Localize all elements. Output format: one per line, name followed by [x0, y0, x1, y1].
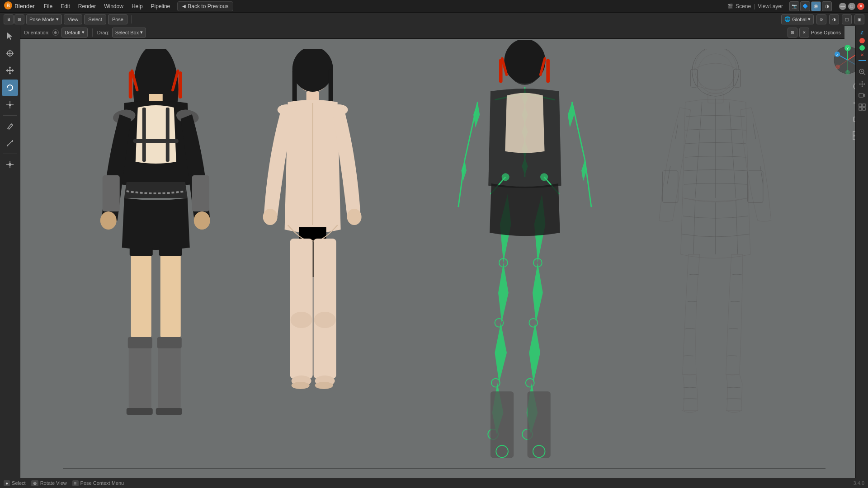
svg-rect-46	[159, 247, 182, 256]
workspace-icon-1[interactable]: 🖥	[4, 14, 14, 24]
svg-rect-171	[863, 108, 865, 110]
menu-window[interactable]: Window	[100, 2, 127, 10]
svg-rect-122	[734, 69, 741, 87]
cycles-icon-btn[interactable]: ◑	[822, 1, 832, 11]
svg-rect-170	[859, 108, 862, 110]
svg-line-19	[7, 141, 13, 146]
viewport-overlay-btn[interactable]: ⊙	[816, 14, 826, 24]
engine-icon-1: 🎬	[727, 4, 733, 9]
workspace-icon-2[interactable]: ⊞	[14, 14, 24, 24]
secondary-toolbar: Orientation: ⊕ Default ▾ Drag: Select Bo…	[20, 26, 844, 39]
orientation-icon-btn[interactable]: ⊕	[52, 29, 59, 36]
back-icon: ◀	[182, 4, 186, 9]
workbench-icon-btn[interactable]: 🔷	[800, 1, 810, 11]
orientation-value: Default	[65, 30, 80, 35]
svg-marker-100	[495, 323, 507, 383]
orientation-label: Orientation:	[24, 30, 50, 35]
rotate-tool-btn[interactable]	[2, 80, 18, 96]
view-menu-btn[interactable]: View	[64, 14, 83, 24]
y-axis-dot	[859, 45, 865, 51]
side-cam-icon[interactable]	[858, 91, 867, 100]
cursor-tool-btn[interactable]	[2, 45, 18, 61]
svg-marker-10	[6, 69, 8, 72]
svg-point-110	[491, 379, 500, 387]
svg-point-118	[698, 54, 734, 94]
svg-point-97	[541, 174, 547, 180]
svg-line-130	[693, 200, 695, 254]
svg-point-109	[529, 319, 538, 327]
maximize-button[interactable]: □	[848, 3, 855, 10]
back-to-previous-button[interactable]: ◀ Back to Previous	[177, 1, 233, 11]
select-menu-btn[interactable]: Select	[84, 14, 106, 24]
svg-point-67	[314, 312, 336, 328]
svg-rect-44	[160, 248, 181, 338]
select-key-icon: ●	[4, 480, 10, 486]
menu-edit[interactable]: Edit	[57, 2, 74, 10]
orientation-dropdown[interactable]: Default ▾	[61, 28, 88, 38]
svg-rect-55	[292, 69, 297, 105]
svg-rect-50	[157, 337, 182, 348]
app-title: Blender	[14, 3, 35, 9]
character-3-area	[436, 40, 614, 460]
axis-line-indicator	[859, 60, 866, 61]
annotate-tool-btn[interactable]	[2, 118, 18, 134]
workspace-icons: 🖥 ⊞	[4, 14, 24, 24]
xray-toggle-btn[interactable]: ◫	[842, 14, 852, 24]
move-tool-btn[interactable]	[2, 62, 18, 79]
svg-point-108	[495, 319, 503, 327]
close-button[interactable]: ✕	[857, 3, 864, 10]
global-dropdown[interactable]: 🌐 Global ▾	[781, 14, 814, 24]
toolbar-sep-1	[131, 15, 132, 23]
pose-mode-dropdown[interactable]: Pose Mode ▾	[26, 14, 62, 24]
svg-rect-52	[156, 408, 182, 415]
transform-tool-btn[interactable]	[2, 156, 18, 173]
side-pan-icon[interactable]	[858, 79, 867, 88]
svg-line-129	[760, 166, 763, 184]
viewport-3d[interactable]: X Y Z	[20, 26, 868, 478]
svg-rect-51	[127, 408, 153, 415]
drag-label: Drag:	[97, 30, 109, 35]
menu-file[interactable]: File	[40, 2, 56, 10]
svg-rect-31	[179, 71, 182, 99]
tool-sep-1	[3, 115, 17, 116]
minimize-button[interactable]: —	[839, 3, 846, 10]
rotate-key-icon: ⊕	[31, 480, 38, 486]
pose-options-expand-icon[interactable]: ⊞	[788, 28, 797, 38]
menu-pipeline[interactable]: Pipeline	[147, 2, 174, 10]
global-chevron: ▾	[808, 16, 811, 22]
svg-rect-35	[166, 108, 170, 162]
side-zoom-icon[interactable]	[858, 67, 867, 76]
nav-icon-group	[858, 67, 867, 112]
svg-marker-103	[533, 263, 543, 323]
scene-background	[20, 26, 868, 478]
measure-tool-btn[interactable]	[2, 135, 18, 151]
menu-help[interactable]: Help	[128, 2, 146, 10]
global-icon: 🌐	[784, 16, 791, 22]
svg-rect-47	[129, 338, 151, 410]
svg-marker-11	[12, 69, 14, 72]
rotate-label: Rotate View	[40, 480, 67, 486]
svg-point-120	[692, 49, 739, 96]
svg-marker-104	[529, 323, 540, 383]
scale-tool-btn[interactable]	[2, 97, 18, 113]
engine-icons: 🎬	[727, 4, 733, 9]
eevee-icon-btn[interactable]: ◉	[811, 1, 821, 11]
svg-line-90	[572, 102, 585, 160]
svg-point-96	[502, 174, 509, 180]
pose-options-close-icon[interactable]: ✕	[799, 28, 809, 38]
shading-mode-btn[interactable]: ▣	[854, 14, 864, 24]
render-icon-btn[interactable]: 📷	[789, 1, 799, 11]
drag-value: Select Box	[115, 30, 139, 35]
drag-dropdown[interactable]: Select Box ▾	[112, 28, 146, 38]
select-tool-btn[interactable]	[2, 28, 18, 44]
pose-options-label: Pose Options	[811, 30, 841, 35]
menu-render[interactable]: Render	[75, 2, 99, 10]
svg-rect-29	[129, 71, 132, 99]
svg-rect-45	[130, 247, 153, 256]
side-grid-icon[interactable]	[858, 103, 867, 112]
viewport-shading-btn[interactable]: ◑	[829, 14, 839, 24]
svg-rect-56	[329, 69, 333, 105]
pose-menu-btn[interactable]: Pose	[108, 14, 127, 24]
right-panel: Z ✕	[855, 26, 868, 478]
viewport-settings: 🌐 Global ▾ ⊙ ◑ ◫ ▣	[781, 14, 864, 24]
